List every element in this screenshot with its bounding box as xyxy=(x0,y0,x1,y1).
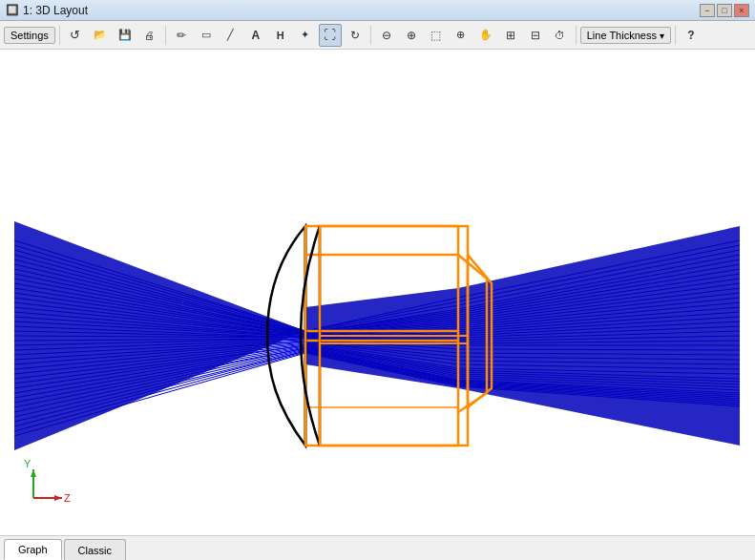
animation-button[interactable]: ⏱ xyxy=(549,24,572,47)
line-thickness-button[interactable]: Line Thickness xyxy=(580,27,671,44)
pencil-icon xyxy=(177,29,186,42)
open-icon: 📂 xyxy=(94,29,107,41)
text-h-button[interactable] xyxy=(269,24,292,47)
zoom-fit-button[interactable]: ⬚ xyxy=(425,24,448,47)
text-a-icon xyxy=(251,29,260,42)
title-bar: 🔲 1: 3D Layout − □ × xyxy=(0,0,755,21)
sep1 xyxy=(59,26,60,45)
zoom-fit-icon: ⬚ xyxy=(430,29,441,42)
print-icon: 🖨 xyxy=(144,30,155,41)
settings-button[interactable]: Settings xyxy=(4,27,55,44)
svg-text:Z: Z xyxy=(64,492,71,504)
app-icon: 🔲 xyxy=(6,4,19,16)
rotate-icon: ↻ xyxy=(350,29,360,42)
save-icon: 💾 xyxy=(118,29,132,41)
dropdown-arrow-icon xyxy=(660,30,664,41)
sep5 xyxy=(675,26,676,45)
line-button[interactable] xyxy=(220,24,242,47)
tab-bar: Graph Classic xyxy=(0,535,755,560)
help-icon xyxy=(687,29,694,42)
tab-classic[interactable]: Classic xyxy=(64,539,126,560)
print-button[interactable]: 🖨 xyxy=(138,24,161,47)
minimize-button[interactable]: − xyxy=(700,4,715,17)
pan-button[interactable]: ✋ xyxy=(474,24,497,47)
tab-graph-label: Graph xyxy=(18,544,48,555)
window-title: 1: 3D Layout xyxy=(19,4,700,17)
pencil-button[interactable] xyxy=(170,24,193,47)
pan-icon: ✋ xyxy=(479,29,493,41)
zoom-out-button[interactable] xyxy=(375,24,398,47)
sep3 xyxy=(370,26,371,45)
optical-layout-canvas: Y Z xyxy=(0,50,755,535)
zoom-out-icon xyxy=(382,29,391,42)
star-icon xyxy=(301,29,309,41)
canvas-area[interactable]: Y Z xyxy=(0,50,755,535)
animation-icon: ⏱ xyxy=(555,30,565,41)
text-a-button[interactable] xyxy=(244,24,267,47)
sep4 xyxy=(576,26,577,45)
grid-icon: ⊞ xyxy=(506,29,515,42)
zoom-in-button[interactable] xyxy=(400,24,423,47)
text-h-icon xyxy=(277,30,284,41)
cursor-button[interactable]: ⛶ xyxy=(319,24,342,47)
window-controls: − □ × xyxy=(700,4,749,17)
rect-icon xyxy=(201,29,211,41)
line-thickness-label: Line Thickness xyxy=(587,30,657,41)
zoom-in-icon xyxy=(407,29,416,42)
toolbar: Settings 📂 💾 🖨 ⛶ ↻ ⬚ ⊕ ✋ ⊞ ⊟ ⏱ Line Thic… xyxy=(0,21,755,50)
tab-classic-label: Classic xyxy=(78,545,112,556)
layers-icon: ⊟ xyxy=(531,29,540,42)
zoom-region-button[interactable]: ⊕ xyxy=(450,24,472,47)
rect-button[interactable] xyxy=(195,24,218,47)
refresh-button[interactable] xyxy=(64,24,87,47)
cursor-icon: ⛶ xyxy=(324,28,336,42)
zoom-region-icon: ⊕ xyxy=(456,29,465,41)
svg-text:Y: Y xyxy=(24,458,31,469)
close-button[interactable]: × xyxy=(734,4,749,17)
sep2 xyxy=(165,26,166,45)
rotate-button[interactable]: ↻ xyxy=(344,24,367,47)
line-icon xyxy=(227,29,234,41)
help-button[interactable] xyxy=(680,24,703,47)
save-button[interactable]: 💾 xyxy=(114,24,136,47)
maximize-button[interactable]: □ xyxy=(717,4,732,17)
open-button[interactable]: 📂 xyxy=(89,24,112,47)
tab-graph[interactable]: Graph xyxy=(4,539,62,560)
star-button[interactable] xyxy=(294,24,317,47)
layers-button[interactable]: ⊟ xyxy=(524,24,547,47)
refresh-icon xyxy=(70,28,80,42)
grid-button[interactable]: ⊞ xyxy=(499,24,522,47)
